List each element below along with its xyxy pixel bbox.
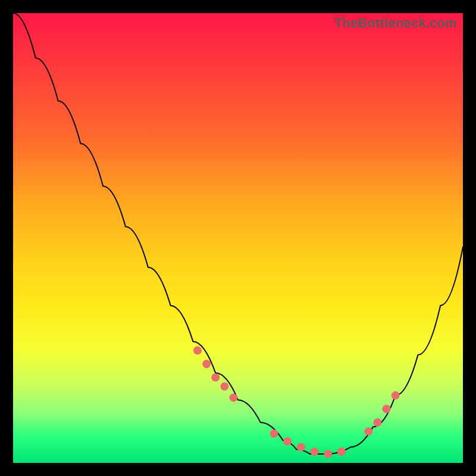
chart-svg [13,13,463,463]
highlight-marker [392,392,400,400]
highlight-marker [220,382,228,390]
highlight-markers [193,346,400,458]
highlight-marker [311,447,319,456]
bottleneck-curve-line [13,13,463,454]
highlight-marker [283,437,292,446]
highlight-marker [297,443,305,452]
highlight-marker [364,427,372,436]
highlight-marker [324,450,332,458]
highlight-marker [211,373,220,381]
highlight-marker [270,430,278,438]
highlight-marker [373,418,381,427]
highlight-marker [193,346,202,355]
highlight-marker [382,405,390,413]
highlight-marker [202,360,211,368]
plot-area: TheBottleneck.com [13,13,463,463]
highlight-marker [229,393,237,402]
chart-frame: TheBottleneck.com [0,0,476,476]
highlight-marker [337,447,346,456]
